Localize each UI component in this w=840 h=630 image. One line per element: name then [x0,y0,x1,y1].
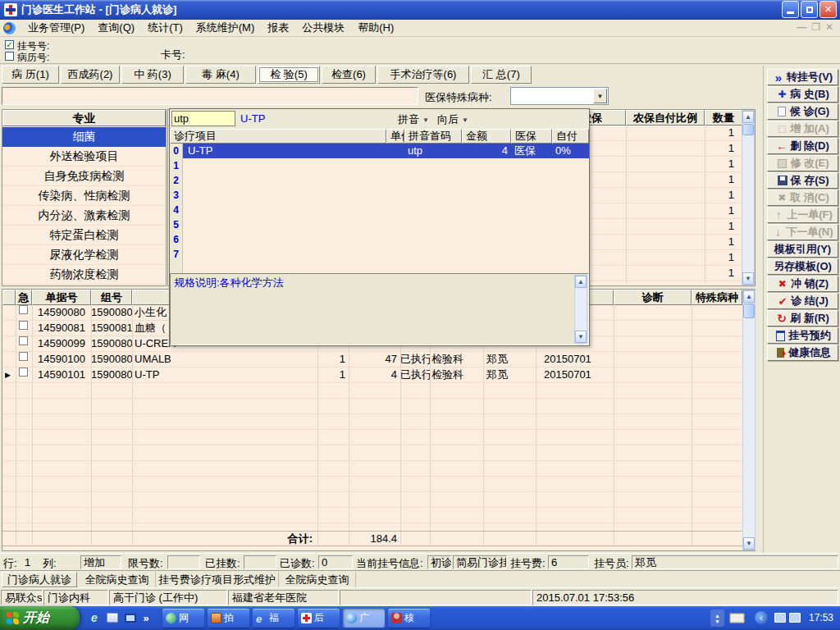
row-number[interactable]: 1 [170,158,182,173]
lookup-query-input[interactable]: utp [171,111,235,126]
wtab-history-query[interactable]: 全院病史查询 [79,572,156,587]
specialty-item[interactable]: 尿液化学检测 [2,245,166,265]
task-button-5-active[interactable]: 广 [343,609,385,628]
transfer-reg-button[interactable]: 转挂号(V) [767,69,838,85]
scroll-down-icon[interactable]: ▼ [743,537,755,550]
task-button-3[interactable]: 福 [253,609,294,628]
tab-western-medicine[interactable]: 西成药(2) [61,66,120,84]
mdi-minimize-icon[interactable]: — [797,21,806,33]
row-number[interactable]: 4 [170,203,182,217]
waiting-list-button[interactable]: 候 诊(G) [767,103,838,120]
scroll-thumb[interactable] [743,304,755,318]
chevron-down-icon[interactable]: ▼ [593,89,607,103]
history-button[interactable]: 病 史(B) [767,86,838,103]
task-button-4[interactable]: 后 [298,609,340,628]
order-row[interactable]: 14590100 1590080 UMALB 1 47 已执行 检验科 郑觅 2… [2,352,742,368]
tray-expand-icon[interactable]: ▲▼ [710,609,724,627]
scroll-up-icon[interactable]: ▲ [743,290,755,303]
row-number[interactable]: 2 [170,173,182,188]
menu-item-query[interactable]: 查询(Q) [91,20,141,36]
menu-item-business[interactable]: 业务管理(P) [21,20,91,36]
refresh-button[interactable]: 刷 新(R) [767,310,838,326]
network-icon[interactable] [774,613,786,623]
start-button[interactable]: 开始 [0,606,80,630]
tab-surgery[interactable]: 手术治疗等(6) [377,66,469,84]
row-number[interactable]: 0 [170,144,182,158]
restore-icon[interactable] [801,1,818,18]
specialty-item[interactable]: 药物浓度检测 [2,265,166,285]
orders-scrollbar[interactable]: ▲ ▼ [742,290,756,550]
order-row-current[interactable]: ▶ 14590101 1590080 U-TP 1 4 已执行 检验科 郑觅 2… [2,368,742,383]
task-button-2[interactable]: 拍 [208,609,249,628]
grid-scrollbar[interactable]: ▲ ▼ [742,110,755,285]
specialty-item[interactable]: 细菌 [2,127,166,147]
template-use-button[interactable]: 模板引用(Y) [767,241,838,258]
specialty-item[interactable]: 特定蛋白检测 [2,226,166,245]
urgent-checkbox[interactable] [19,336,28,345]
urgent-checkbox[interactable] [19,321,28,330]
status-bar: 行: 1 列: 增加 限号数: 已挂数: 已诊数: 0 当前挂号信息: 初诊 简… [0,553,840,570]
row-number[interactable]: 7 [170,247,182,262]
mdi-close-icon[interactable]: ✕ [825,21,833,33]
scroll-up-icon[interactable]: ▲ [742,111,754,123]
reg-no-checkbox[interactable]: ✓ [5,40,14,49]
specialty-item[interactable]: 传染病、性病检测 [2,186,166,206]
special-disease-combo[interactable]: ▼ [510,87,609,105]
arrow-down-icon [772,226,783,238]
menu-item-help[interactable]: 帮助(H) [351,20,400,36]
direction-combo[interactable]: 向后 ▼ [437,112,468,127]
specialty-item[interactable]: 内分泌、激素检测 [2,206,166,226]
wtab-outpatient-visit[interactable]: 门诊病人就诊 [2,572,77,587]
network-icon[interactable] [789,613,801,623]
row-number[interactable]: 6 [170,232,182,247]
scroll-thumb[interactable] [742,124,754,135]
spec-scrollbar[interactable]: ▲ ▼ [574,275,587,344]
seen-label: 已诊数: [280,556,315,571]
finish-visit-button[interactable]: 诊 结(J) [767,293,838,309]
minimize-icon[interactable] [782,1,799,18]
wtab-history-query-2[interactable]: 全院病史查询 [279,572,356,587]
ie-icon[interactable] [87,610,102,625]
tab-lab-test[interactable]: 检 验(5) [258,66,320,84]
urgent-checkbox[interactable] [19,352,28,361]
pinyin-mode-combo[interactable]: 拼音 ▼ [398,112,429,127]
scroll-down-icon[interactable]: ▼ [575,331,587,343]
template-save-button[interactable]: 另存模板(O) [767,258,838,275]
urgent-checkbox[interactable] [19,305,28,314]
mdi-restore-icon[interactable]: ❐ [811,21,820,33]
tab-narcotics[interactable]: 毒 麻(4) [185,66,256,84]
scroll-up-icon[interactable]: ▲ [575,276,587,288]
row-number[interactable]: 5 [170,217,182,232]
specialty-item[interactable]: 外送检验项目 [2,147,166,167]
appointment-button[interactable]: 挂号预约 [767,327,838,344]
menu-item-reports[interactable]: 报表 [261,20,295,36]
tab-summary[interactable]: 汇 总(7) [471,66,532,84]
tab-chinese-medicine[interactable]: 中 药(3) [121,66,184,84]
menu-item-maintenance[interactable]: 系统维护(M) [189,20,262,36]
patient-bar: ✓ 挂号号: 病历号: 3063263 卡号: I 林美金 女 70岁 余额:1… [0,37,840,64]
save-button[interactable]: 保 存(S) [767,172,838,189]
row-number[interactable]: 3 [170,188,182,203]
mail-icon[interactable] [105,610,120,625]
close-icon[interactable]: ✕ [819,1,837,18]
keyboard-icon[interactable] [729,613,745,623]
menu-item-modules[interactable]: 公共模块 [295,20,351,36]
health-info-button[interactable]: 健康信息 [767,345,838,361]
menu-item-statistics[interactable]: 统计(T) [141,20,189,36]
tab-medical-record[interactable]: 病 历(1) [2,66,59,84]
void-button[interactable]: 冲 销(Z) [767,276,838,292]
language-bar-icon[interactable]: ‹ [755,611,768,624]
tab-examination[interactable]: 检查(6) [322,66,376,84]
specialty-item[interactable]: 自身免疫病检测 [2,167,166,186]
wtab-fee-maintenance[interactable]: 挂号费诊疗项目形式维护 [156,572,279,587]
show-desktop-icon[interactable] [123,610,138,625]
lookup-selected-row[interactable]: U-TP utp 4 医保 0% [183,144,589,158]
scroll-down-icon[interactable]: ▼ [742,272,754,285]
urgent-checkbox[interactable] [19,368,28,377]
quick-launch-more-icon[interactable] [141,610,151,625]
delete-button[interactable]: 删 除(D) [767,138,838,154]
task-button-6[interactable]: 核 [388,609,430,628]
diagnosis-field[interactable] [2,87,418,105]
task-button-1[interactable]: 网 [162,609,204,628]
mr-no-checkbox[interactable] [5,52,14,61]
